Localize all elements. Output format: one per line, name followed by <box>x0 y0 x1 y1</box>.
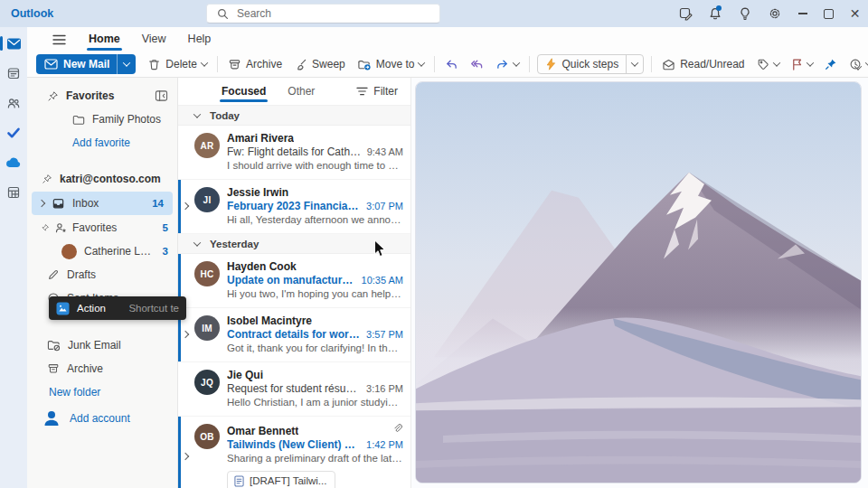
folder-family-photos[interactable]: Family Photos <box>27 108 177 131</box>
trash-icon <box>147 58 161 71</box>
read-unread-button[interactable]: Read/Unread <box>656 55 750 73</box>
rail-item-apps[interactable] <box>0 182 27 203</box>
chevron-right-icon[interactable] <box>182 330 189 337</box>
message-row[interactable]: JQ Jie Qui Request for student résumé re… <box>178 362 410 417</box>
message-subject: Tailwinds (New Client) Contr... (6) <box>227 438 361 452</box>
ribbon-tab-help[interactable]: Help <box>177 28 222 52</box>
favorites-header-label: Favorites <box>66 89 114 102</box>
tooltip-action-label: Action <box>77 303 106 314</box>
chevron-down-icon <box>513 59 520 66</box>
account-label: katri@contoso.com <box>60 173 161 185</box>
flag-button[interactable] <box>786 55 818 73</box>
document-icon <box>234 475 244 487</box>
onedrive-cloud-icon <box>5 157 22 168</box>
my-day-button[interactable] <box>670 0 700 27</box>
contact-folder-label: Catherine Lanco... <box>84 245 156 258</box>
search-placeholder: Search <box>237 7 271 20</box>
read-unread-label: Read/Unread <box>680 58 744 70</box>
collapse-ribbon-button[interactable] <box>855 61 861 73</box>
new-folder-link[interactable]: New folder <box>27 380 177 404</box>
chevron-down-icon <box>193 110 201 117</box>
favorites-unread-count: 5 <box>163 222 168 233</box>
archive-button[interactable]: Archive <box>222 55 288 74</box>
rail-item-people[interactable] <box>0 92 27 114</box>
mountain-landscape-image <box>415 81 862 483</box>
envelope-icon <box>44 59 58 70</box>
forward-arrow-icon <box>495 58 509 70</box>
quick-steps-button[interactable]: Quick steps <box>537 54 644 74</box>
inbox-tray-icon <box>52 197 65 210</box>
message-subject: Request for student résumé review <box>227 382 361 396</box>
message-sender: Omar Bennett <box>227 425 298 438</box>
message-list-header: Focused Other Filter <box>178 78 410 106</box>
folder-inbox[interactable]: Inbox 14 <box>32 192 173 215</box>
message-preview: Sharing a preliminary draft of the lates… <box>227 452 403 465</box>
reading-pane <box>411 78 868 488</box>
rail-item-onedrive[interactable] <box>0 152 27 174</box>
message-sender: Hayden Cook <box>227 260 297 274</box>
folder-favorites-people[interactable]: Favorites 5 <box>27 216 177 239</box>
new-mail-dropdown[interactable] <box>117 54 136 74</box>
folder-archive[interactable]: Archive <box>27 357 177 380</box>
envelope-open-icon <box>662 59 675 70</box>
rail-item-mail[interactable] <box>0 33 27 54</box>
collapse-pane-button[interactable] <box>155 89 168 102</box>
add-favorite-link[interactable]: Add favorite <box>27 131 177 155</box>
maximize-button[interactable] <box>816 0 842 27</box>
new-mail-button[interactable]: New Mail <box>36 54 136 74</box>
ribbon-tab-view[interactable]: View <box>131 28 177 52</box>
tips-button[interactable] <box>730 0 760 27</box>
message-row[interactable]: HC Hayden Cook Update on manufacturing p… <box>178 254 410 308</box>
message-row[interactable]: OB Omar Bennett Tailwinds (New Client) C… <box>178 417 410 488</box>
message-row[interactable]: JI Jessie Irwin February 2023 Financial … <box>178 180 410 234</box>
settings-button[interactable] <box>760 0 789 27</box>
pin-button[interactable] <box>819 55 843 73</box>
categorize-button[interactable] <box>751 55 785 73</box>
notifications-button[interactable] <box>700 0 730 27</box>
reply-button[interactable] <box>439 55 464 73</box>
forward-button[interactable] <box>490 55 524 73</box>
folder-junk-email[interactable]: Junk Email <box>27 333 177 357</box>
folder-catherine[interactable]: Catherine Lanco... 3 <box>27 239 177 263</box>
search-input[interactable]: Search <box>206 4 440 23</box>
message-preview: Hi you two, I'm hoping you can help me <box>227 287 403 301</box>
close-button[interactable]: ✕ <box>842 0 868 27</box>
message-row[interactable]: AR Amari Rivera Fw: Flight details for C… <box>178 126 410 180</box>
sweep-button[interactable]: Sweep <box>288 55 351 74</box>
move-to-button[interactable]: Move to <box>352 55 430 74</box>
shortcut-tooltip: Action Shortcut te <box>49 296 186 320</box>
rail-item-todo[interactable] <box>0 122 27 144</box>
folder-drafts[interactable]: Drafts <box>27 263 177 286</box>
filter-button[interactable]: Filter <box>356 85 398 98</box>
message-preview: Hi all, Yesterday afternoon we announced… <box>227 213 403 227</box>
add-account-button[interactable]: Add account <box>27 404 177 433</box>
delete-button[interactable]: Delete <box>142 55 212 74</box>
attachment-name: [DRAFT] Tailwi... <box>250 474 326 488</box>
attachment-chip[interactable]: [DRAFT] Tailwi... <box>227 471 335 488</box>
chevron-right-icon[interactable] <box>182 453 189 460</box>
group-header-today[interactable]: Today <box>178 106 410 126</box>
folder-label: Family Photos <box>92 113 161 126</box>
reply-all-button[interactable] <box>465 55 489 73</box>
quick-steps-dropdown[interactable] <box>626 55 643 73</box>
ribbon-tab-home[interactable]: Home <box>78 28 131 52</box>
message-sender: Jie Qui <box>227 369 263 382</box>
spacer <box>27 155 177 167</box>
tab-focused[interactable]: Focused <box>220 80 268 103</box>
titlebar: Outlook Search ✕ <box>0 0 868 27</box>
archive-folder-label: Archive <box>67 362 103 375</box>
hamburger-menu-button[interactable] <box>47 30 71 50</box>
minimize-button[interactable] <box>789 0 816 27</box>
notification-dot <box>716 5 722 11</box>
app-logo[interactable]: Outlook <box>11 7 53 20</box>
tab-other[interactable]: Other <box>286 80 316 103</box>
junk-email-label: Junk Email <box>68 339 121 352</box>
favorites-folder-label: Favorites <box>72 221 117 234</box>
tab-label: Other <box>288 85 315 98</box>
rail-item-calendar[interactable] <box>0 62 27 84</box>
favorites-header[interactable]: Favorites <box>27 84 177 108</box>
chevron-right-icon[interactable] <box>182 202 189 209</box>
message-row[interactable]: IM Isobel Macintyre Contract details for… <box>178 308 410 362</box>
avatar: JI <box>194 187 220 212</box>
account-header[interactable]: katri@contoso.com <box>27 167 177 191</box>
